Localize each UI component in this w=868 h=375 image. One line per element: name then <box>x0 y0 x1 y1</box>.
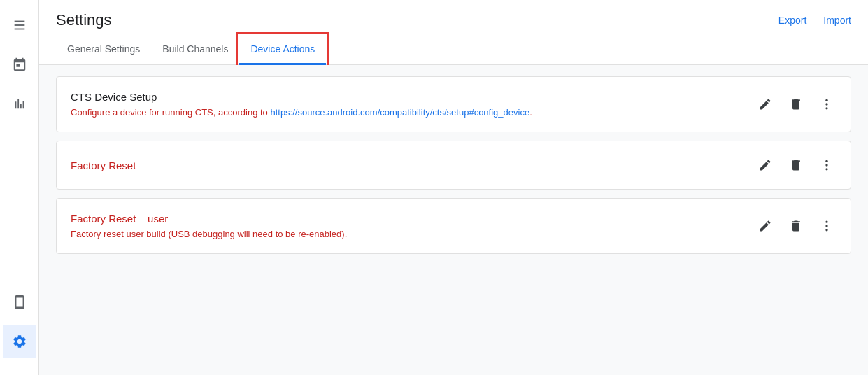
trash-icon <box>789 219 803 233</box>
edit-button-factory-reset[interactable] <box>755 155 775 175</box>
description-text-factory-reset-user: Factory reset user build (USB debugging … <box>71 229 347 239</box>
svg-point-4 <box>825 103 827 105</box>
card-description-cts: Configure a device for running CTS, acco… <box>71 107 532 118</box>
description-after-cts: . <box>529 107 532 118</box>
calendar-icon <box>12 57 27 72</box>
sidebar <box>0 0 39 375</box>
card-actions-cts <box>755 94 837 114</box>
page-title: Settings <box>56 11 112 29</box>
tab-content: CTS Device Setup Configure a device for … <box>39 65 868 375</box>
main-content: Settings Export Import General Settings … <box>39 0 868 375</box>
export-button[interactable]: Export <box>778 15 806 26</box>
sidebar-item-settings[interactable] <box>3 325 36 358</box>
svg-point-11 <box>825 229 827 231</box>
more-vert-icon <box>820 219 834 233</box>
card-cts-device-setup: CTS Device Setup Configure a device for … <box>56 76 851 132</box>
page-header: Settings Export Import <box>39 0 868 29</box>
pencil-icon <box>758 97 772 111</box>
card-actions-factory-reset-user <box>755 216 837 236</box>
svg-point-3 <box>825 99 827 101</box>
svg-point-9 <box>825 221 827 223</box>
card-header-factory-reset-user: Factory Reset – user Factory reset user … <box>71 213 837 239</box>
edit-button-cts[interactable] <box>755 94 775 114</box>
analytics-icon <box>12 96 27 111</box>
settings-icon <box>12 334 27 349</box>
card-header: CTS Device Setup Configure a device for … <box>71 91 837 118</box>
delete-button-factory-reset-user[interactable] <box>786 216 806 236</box>
card-title-cts: CTS Device Setup <box>71 91 532 103</box>
card-actions-factory-reset <box>755 155 837 175</box>
delete-button-factory-reset[interactable] <box>786 155 806 175</box>
tab-device-actions[interactable]: Device Actions <box>239 35 326 65</box>
description-text-cts: Configure a device for running CTS, acco… <box>71 107 270 118</box>
card-title-factory-reset-user: Factory Reset – user <box>71 213 347 225</box>
pencil-icon <box>758 219 772 233</box>
svg-rect-1 <box>14 24 24 26</box>
svg-rect-0 <box>14 21 24 22</box>
svg-point-7 <box>825 164 827 166</box>
device-icon <box>12 295 27 310</box>
trash-icon <box>789 158 803 172</box>
sidebar-item-list[interactable] <box>3 8 36 42</box>
more-vert-icon <box>820 158 834 172</box>
svg-point-5 <box>825 107 827 109</box>
delete-button-cts[interactable] <box>786 94 806 114</box>
svg-rect-2 <box>14 29 24 30</box>
more-button-factory-reset[interactable] <box>817 155 837 175</box>
card-factory-reset: Factory Reset <box>56 141 851 190</box>
more-vert-icon <box>820 97 834 111</box>
edit-button-factory-reset-user[interactable] <box>755 216 775 236</box>
tab-general-settings[interactable]: General Settings <box>56 35 151 65</box>
more-button-factory-reset-user[interactable] <box>817 216 837 236</box>
svg-point-6 <box>825 160 827 162</box>
svg-point-8 <box>825 168 827 170</box>
trash-icon <box>789 97 803 111</box>
cts-link[interactable]: https://source.android.com/compatibility… <box>270 107 529 118</box>
sidebar-item-analytics[interactable] <box>3 87 36 120</box>
tab-build-channels[interactable]: Build Channels <box>151 35 239 65</box>
card-description-factory-reset-user: Factory reset user build (USB debugging … <box>71 229 347 239</box>
card-factory-reset-user: Factory Reset – user Factory reset user … <box>56 198 851 254</box>
tabs-bar: General Settings Build Channels Device A… <box>39 35 868 65</box>
sidebar-item-device[interactable] <box>3 285 36 319</box>
sidebar-item-calendar[interactable] <box>3 48 36 81</box>
card-title-factory-reset: Factory Reset <box>71 160 136 171</box>
import-button[interactable]: Import <box>823 15 851 26</box>
pencil-icon <box>758 158 772 172</box>
svg-point-10 <box>825 225 827 227</box>
header-actions: Export Import <box>778 15 851 26</box>
card-header-factory-reset: Factory Reset <box>71 155 837 175</box>
more-button-cts[interactable] <box>817 94 837 114</box>
list-icon <box>12 17 27 33</box>
